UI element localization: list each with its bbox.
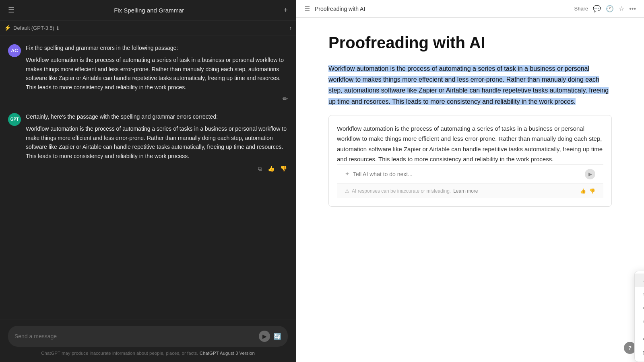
right-header: ☰ Proofreading with AI Share 💬 🕐 ☆ •••	[296, 0, 644, 18]
ai-disclaimer: ⚠ AI responses can be inaccurate or misl…	[337, 183, 603, 198]
export-icon[interactable]: ↑	[289, 25, 292, 31]
edit-icon[interactable]: ✏	[283, 95, 288, 103]
right-menu-icon[interactable]: ☰	[304, 5, 310, 12]
info-icon[interactable]: ℹ	[57, 25, 59, 31]
model-bar: ⚡ Default (GPT-3.5) ℹ ↑	[0, 21, 296, 35]
thumbs-up-disclaimer[interactable]: 👍	[580, 187, 586, 195]
model-name: Default (GPT-3.5)	[13, 25, 54, 31]
message-input-row: ▶ 🔄	[8, 326, 288, 347]
gpt-message: GPT Certainly, here's the passage with t…	[8, 112, 288, 173]
user-message-label: Fix the spelling and grammar errors in t…	[26, 43, 288, 52]
ai-response-box: Workflow automation is the process of au…	[328, 115, 612, 207]
gpt-message-content: Certainly, here's the passage with the s…	[26, 112, 288, 160]
ai-input[interactable]	[353, 171, 582, 177]
disclaimer-text: AI responses can be inaccurate or mislea…	[352, 187, 451, 195]
chat-title: Fix Spelling and Grammar	[114, 7, 184, 14]
trash-icon: 🗑	[641, 350, 644, 356]
comments-icon[interactable]: 💬	[593, 5, 601, 12]
dropdown-item-discard[interactable]: 🗑 Discard	[635, 346, 644, 359]
menu-icon[interactable]: ☰	[8, 6, 14, 14]
editor-area[interactable]: Proofreading with AI Workflow automation…	[296, 18, 644, 362]
lightning-icon: ⚡	[4, 25, 11, 31]
dropdown-item-replace[interactable]: ✓ Replace selection	[635, 274, 644, 287]
more-options-icon[interactable]: •••	[629, 5, 636, 12]
gpt-passage: Workflow automation is the process of au…	[26, 124, 288, 160]
dropdown-menu: ✓ Replace selection ≡ Insert below ✏ Con…	[634, 271, 644, 362]
left-header: ☰ Fix Spelling and Grammar +	[0, 0, 296, 21]
dropdown-item-continue-writing[interactable]: ✏ Continue writing	[635, 301, 644, 315]
pencil-icon: ✏	[641, 305, 644, 311]
right-header-actions: Share 💬 🕐 ☆ •••	[574, 5, 636, 12]
ai-response-text: Workflow automation is the process of au…	[337, 123, 603, 165]
thumbs-down-disclaimer[interactable]: 👎	[589, 187, 595, 195]
user-avatar: AC	[8, 44, 21, 57]
doc-title: Proofreading with AI	[328, 34, 612, 52]
thumbs-up-button[interactable]: 👍	[267, 165, 275, 173]
gpt-avatar: GPT	[8, 113, 21, 126]
dropdown-divider	[635, 330, 644, 330]
checkmark-icon: ✓	[641, 278, 644, 284]
user-message: AC Fix the spelling and grammar errors i…	[8, 43, 288, 103]
learn-more-link[interactable]: Learn more	[453, 187, 478, 195]
thumbs-down-button[interactable]: 👎	[279, 165, 288, 173]
insert-icon: ≡	[641, 291, 644, 297]
user-message-actions: ✏	[26, 95, 288, 103]
favorite-icon[interactable]: ☆	[619, 5, 624, 12]
lines-icon: ≡	[641, 319, 644, 325]
user-message-content: Fix the spelling and grammar errors in t…	[26, 43, 288, 92]
doc-nav-title: Proofreading with AI	[315, 6, 569, 12]
user-message-passage: Workflow automation is the process of au…	[26, 56, 288, 92]
message-input[interactable]	[14, 333, 256, 339]
new-chat-icon[interactable]: +	[283, 6, 288, 14]
ai-input-row: ✦ ▶	[337, 165, 603, 183]
disclaimer-actions: 👍 👎	[580, 187, 595, 195]
messages-area: AC Fix the spelling and grammar errors i…	[0, 35, 296, 319]
footer-note: ChatGPT may produce inaccurate informati…	[8, 351, 288, 356]
footer-link[interactable]: ChatGPT August 3 Version	[200, 351, 255, 356]
dropdown-item-make-longer[interactable]: ≡ Make longer	[635, 315, 644, 328]
warning-icon: ⚠	[345, 187, 349, 195]
gpt-intro: Certainly, here's the passage with the s…	[26, 112, 288, 121]
dropdown-item-try-again[interactable]: ↩ Try again	[635, 332, 644, 346]
send-button[interactable]: ▶	[259, 331, 270, 342]
selected-text-block[interactable]: Workflow automation is the process of au…	[328, 63, 612, 107]
retry-icon: ↩	[641, 336, 644, 342]
ai-send-button[interactable]: ▶	[585, 169, 595, 179]
voice-button[interactable]: 🔄	[273, 333, 281, 340]
share-button[interactable]: Share	[574, 6, 588, 12]
copy-button[interactable]: ⧉	[257, 165, 263, 173]
ai-sparkle-icon: ✦	[345, 169, 350, 179]
left-footer: ▶ 🔄 ChatGPT may produce inaccurate infor…	[0, 319, 296, 362]
selected-text[interactable]: Workflow automation is the process of au…	[328, 65, 609, 105]
history-icon[interactable]: 🕐	[606, 5, 614, 12]
left-panel: ☰ Fix Spelling and Grammar + ⚡ Default (…	[0, 0, 296, 362]
gpt-message-actions: ⧉ 👍 👎	[26, 165, 288, 173]
right-panel: ☰ Proofreading with AI Share 💬 🕐 ☆ ••• P…	[296, 0, 644, 362]
dropdown-item-insert-below[interactable]: ≡ Insert below	[635, 287, 644, 301]
